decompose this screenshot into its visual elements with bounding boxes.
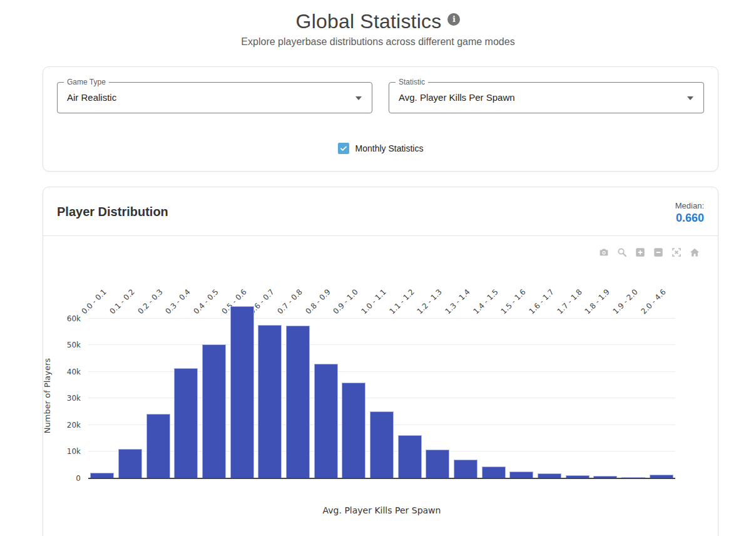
y-tick-label: 0 — [49, 474, 81, 483]
histogram-bar[interactable] — [146, 414, 170, 478]
chart-card: Player Distribution Median: 0.660 — [43, 187, 718, 536]
zoom-out-icon[interactable] — [653, 247, 664, 258]
x-axis-title: Avg. Player Kills Per Spawn — [88, 505, 675, 515]
histogram-bar[interactable] — [454, 460, 478, 478]
histogram-bar[interactable] — [482, 466, 506, 478]
chart-title: Player Distribution — [57, 205, 168, 219]
monthly-statistics-label: Monthly Statistics — [355, 143, 424, 153]
zoom-in-icon[interactable] — [635, 247, 646, 258]
histogram-bar[interactable] — [314, 364, 338, 478]
page-subtitle: Explore playerbase distributions across … — [0, 36, 756, 48]
game-type-label: Game Type — [64, 78, 109, 86]
page-title: Global Statistics — [296, 10, 442, 33]
histogram-bar[interactable] — [174, 368, 198, 478]
histogram-bar[interactable] — [258, 325, 282, 478]
checkmark-icon — [339, 144, 348, 153]
histogram-bar[interactable] — [426, 450, 449, 478]
filters-card: Game Type Air Realistic Statistic Avg. P… — [43, 66, 718, 172]
histogram-bar[interactable] — [230, 306, 254, 478]
page: Global Statistics i Explore playerbase d… — [0, 0, 756, 536]
y-tick-label: 10k — [49, 447, 81, 456]
home-icon[interactable] — [689, 247, 700, 258]
zoom-icon[interactable] — [616, 247, 628, 258]
y-tick-label: 30k — [49, 394, 81, 403]
statistic-label: Statistic — [396, 78, 428, 86]
histogram-bar[interactable] — [398, 435, 422, 478]
median-value: 0.660 — [675, 212, 704, 225]
game-type-select[interactable]: Game Type Air Realistic — [57, 82, 372, 113]
chevron-down-icon — [355, 96, 362, 100]
y-tick-label: 50k — [49, 341, 81, 349]
chevron-down-icon — [687, 96, 693, 100]
median-readout: Median: 0.660 — [675, 201, 704, 225]
chart-card-header: Player Distribution Median: 0.660 — [43, 187, 718, 236]
x-axis-line — [88, 478, 675, 479]
histogram-bar[interactable] — [370, 411, 394, 478]
page-header: Global Statistics i Explore playerbase d… — [0, 0, 756, 48]
y-tick-label: 20k — [49, 421, 81, 430]
histogram-bar[interactable] — [286, 326, 310, 478]
game-type-value: Air Realistic — [58, 83, 372, 113]
histogram-bar[interactable] — [202, 344, 226, 478]
median-label: Median: — [675, 201, 704, 210]
statistic-select[interactable]: Statistic Avg. Player Kills Per Spawn — [389, 82, 704, 113]
gridline — [88, 318, 675, 319]
y-tick-label: 40k — [49, 368, 81, 376]
statistic-value: Avg. Player Kills Per Spawn — [389, 83, 703, 113]
histogram-bar[interactable] — [342, 383, 365, 478]
histogram-bar[interactable] — [118, 449, 142, 478]
plot-area: Number of Players Avg. Player Kills Per … — [88, 281, 675, 478]
gridline — [88, 344, 675, 345]
autoscale-icon[interactable] — [671, 247, 682, 258]
info-icon[interactable]: i — [447, 13, 460, 26]
plotly-modebar — [598, 247, 700, 258]
camera-icon[interactable] — [598, 247, 610, 258]
monthly-statistics-checkbox[interactable] — [338, 143, 349, 154]
